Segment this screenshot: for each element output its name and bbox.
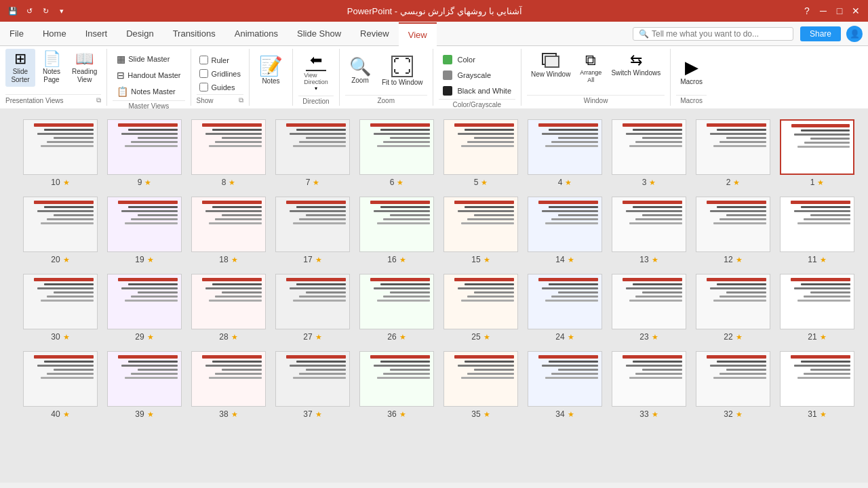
slide-item-29[interactable]: ★29 [107, 274, 182, 342]
slide-item-15[interactable]: ★15 [443, 197, 518, 264]
slide-thumbnail-40 [23, 351, 98, 407]
redo-button[interactable]: ↻ [38, 3, 53, 18]
grayscale-button[interactable]: Grayscale [439, 68, 496, 82]
tab-transitions[interactable]: Transitions [163, 22, 225, 46]
slide-master-button[interactable]: ▦ Slide Master [113, 52, 174, 66]
slide-line [138, 291, 178, 293]
slide-item-18[interactable]: ★18 [191, 197, 266, 264]
slide-item-14[interactable]: ★14 [528, 197, 602, 264]
notes-button[interactable]: 📝 Notes [255, 54, 287, 88]
slide-item-34[interactable]: ★34 [528, 351, 602, 419]
black-white-button[interactable]: Black and White [439, 84, 515, 98]
notes-page-button[interactable]: 📄 NotesPage [37, 49, 66, 87]
tab-insert[interactable]: Insert [76, 22, 117, 46]
ruler-input[interactable] [199, 56, 208, 64]
slide-item-13[interactable]: ★13 [612, 197, 686, 264]
view-direction-button[interactable]: ⬅ ViewDirection ▾ [298, 49, 334, 94]
tab-design[interactable]: Design [117, 22, 163, 46]
undo-button[interactable]: ↺ [22, 3, 37, 18]
slide-item-11[interactable]: ★11 [780, 197, 854, 264]
switch-windows-button[interactable]: ⇆ Switch Windows [607, 49, 665, 80]
slide-item-33[interactable]: ★33 [612, 351, 686, 419]
search-input[interactable] [652, 29, 787, 39]
tab-view[interactable]: View [399, 22, 437, 47]
slide-thumbnail-27 [275, 274, 350, 329]
slide-line [626, 287, 682, 289]
slide-item-24[interactable]: ★24 [528, 274, 602, 342]
slide-item-23[interactable]: ★23 [612, 274, 686, 342]
gridlines-checkbox[interactable]: Gridlines [197, 68, 243, 79]
minimize-button[interactable]: ─ [816, 4, 830, 18]
help-button[interactable]: ? [800, 4, 814, 18]
slide-item-17[interactable]: ★17 [275, 197, 350, 264]
arrange-button[interactable]: ⧉ ArrangeAll [576, 49, 606, 87]
slide-number: 26 [387, 332, 396, 342]
slide-item-7[interactable]: ★7 [275, 119, 350, 187]
slide-thumbnail-11 [780, 197, 854, 252]
fit-to-window-button[interactable]: ⛶ Fit to Window [378, 53, 427, 89]
slide-number: 5 [474, 178, 479, 187]
slide-item-2[interactable]: ★2 [696, 119, 770, 187]
slide-sorter-button[interactable]: ⊞ SlideSorter [5, 49, 35, 87]
guides-input[interactable] [199, 83, 208, 92]
slide-item-25[interactable]: ★25 [443, 274, 518, 342]
reading-view-button[interactable]: 📖 ReadingView [68, 49, 101, 87]
slide-line [545, 300, 598, 302]
slide-item-36[interactable]: ★36 [359, 351, 434, 419]
slide-star: ★ [399, 256, 406, 264]
slide-item-37[interactable]: ★37 [275, 351, 350, 419]
notes-master-button[interactable]: 📋 Notes Master [113, 84, 179, 99]
macros-button[interactable]: ▶ Macros [676, 54, 707, 89]
slide-item-35[interactable]: ★35 [443, 351, 518, 419]
slide-item-27[interactable]: ★27 [275, 274, 350, 342]
slide-item-30[interactable]: ★30 [23, 274, 98, 342]
presentation-views-expand[interactable]: ⧉ [96, 96, 101, 104]
maximize-button[interactable]: □ [833, 4, 846, 18]
gridlines-input[interactable] [199, 69, 208, 78]
slide-item-1[interactable]: ★1 [780, 119, 854, 187]
slide-item-19[interactable]: ★19 [107, 197, 182, 264]
slide-item-5[interactable]: ★5 [443, 119, 518, 187]
slide-item-31[interactable]: ★31 [780, 351, 854, 419]
save-button[interactable]: 💾 [5, 3, 20, 18]
slide-item-6[interactable]: ★6 [359, 119, 434, 187]
slide-item-12[interactable]: ★12 [696, 197, 770, 264]
slide-item-16[interactable]: ★16 [359, 197, 434, 264]
close-button[interactable]: ✕ [849, 4, 863, 18]
share-button[interactable]: Share [800, 26, 841, 41]
slide-item-9[interactable]: ★9 [107, 119, 182, 187]
show-expand[interactable]: ⧉ [239, 96, 243, 104]
tab-home[interactable]: Home [33, 22, 76, 46]
tab-review[interactable]: Review [351, 22, 399, 46]
handout-master-button[interactable]: ⊟ Handout Master [113, 68, 184, 83]
search-box[interactable]: 🔍 [633, 27, 793, 41]
new-window-button[interactable]: New Window [527, 49, 574, 81]
slide-item-21[interactable]: ★21 [780, 274, 854, 342]
color-button[interactable]: Color [439, 53, 479, 66]
zoom-button[interactable]: 🔍 Zoom [345, 55, 375, 87]
slide-item-26[interactable]: ★26 [359, 274, 434, 342]
slide-item-32[interactable]: ★32 [696, 351, 770, 419]
slide-line [454, 278, 514, 281]
tab-file[interactable]: File [0, 22, 33, 46]
slide-item-22[interactable]: ★22 [696, 274, 770, 342]
tab-animations[interactable]: Animations [225, 22, 288, 46]
guides-checkbox[interactable]: Guides [197, 81, 238, 93]
slide-star: ★ [63, 333, 70, 342]
slide-item-38[interactable]: ★38 [191, 351, 266, 419]
ruler-checkbox[interactable]: Ruler [197, 54, 232, 66]
slide-thumbnail-17 [275, 197, 350, 252]
slide-item-10[interactable]: ★10 [23, 119, 98, 187]
slide-line [202, 123, 262, 127]
slide-item-4[interactable]: ★4 [528, 119, 602, 187]
slide-star: ★ [399, 410, 406, 419]
slide-item-39[interactable]: ★39 [107, 351, 182, 419]
slide-item-28[interactable]: ★28 [191, 274, 266, 342]
slide-number: 25 [471, 332, 480, 342]
slide-item-8[interactable]: ★8 [191, 119, 266, 187]
customize-quick-access[interactable]: ▾ [54, 3, 69, 18]
slide-item-40[interactable]: ★40 [23, 351, 98, 419]
slide-item-20[interactable]: ★20 [23, 197, 98, 264]
slide-item-3[interactable]: ★3 [612, 119, 686, 187]
tab-slideshow[interactable]: Slide Show [288, 22, 351, 46]
